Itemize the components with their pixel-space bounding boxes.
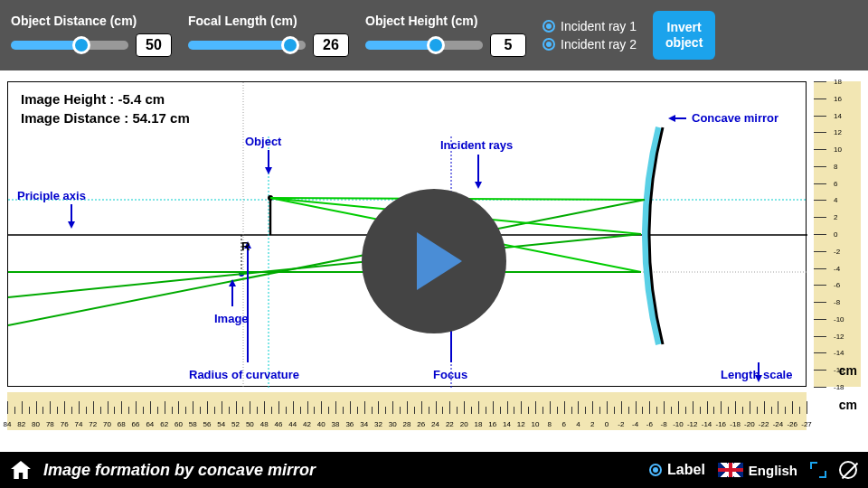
label-toggle[interactable]: Label — [649, 462, 705, 478]
control-bar: Object Distance (cm) 50 Focal Length (cm… — [0, 0, 868, 70]
label-radius: Radius of curvature — [189, 368, 299, 381]
fullscreen-icon[interactable] — [810, 462, 826, 478]
language-selector[interactable]: English — [718, 463, 797, 478]
radio-label: Incident ray 1 — [561, 19, 637, 33]
play-icon — [417, 232, 462, 290]
label-object: Object — [245, 135, 281, 148]
canvas-area: Image Height : -5.4 cm Image Distance : … — [0, 70, 868, 452]
label-incident-rays: Incident rays — [440, 138, 513, 152]
object-height-value[interactable]: 5 — [490, 33, 526, 57]
radio-incident-ray-2[interactable]: Incident ray 2 — [542, 37, 637, 52]
object-distance-label: Object Distance (cm) — [11, 14, 172, 28]
focal-length-value[interactable]: 26 — [313, 33, 349, 57]
label-focus: Focus — [433, 368, 467, 381]
object-distance-value[interactable]: 50 — [136, 33, 172, 57]
object-distance-control: Object Distance (cm) 50 — [11, 14, 172, 57]
radio-incident-ray-1[interactable]: Incident ray 1 — [542, 19, 637, 33]
slider-thumb[interactable] — [427, 36, 445, 54]
invert-object-button[interactable]: Invertobject — [653, 11, 715, 60]
radio-icon — [542, 38, 555, 51]
label-image: Image — [214, 312, 249, 325]
flag-icon — [718, 463, 743, 477]
cm-label-v: cm — [839, 363, 857, 378]
vertical-ruler: 181614121086420-2-4-6-8-10-12-14-16-18 — [814, 81, 861, 387]
radio-icon — [649, 464, 662, 476]
radio-label: Incident ray 2 — [561, 37, 637, 52]
cm-label-h: cm — [839, 398, 857, 412]
object-height-control: Object Height (cm) 5 — [365, 14, 526, 57]
focal-length-control: Focal Length (cm) 26 — [188, 14, 349, 57]
language-label: English — [749, 463, 797, 478]
label-toggle-text: Label — [667, 462, 705, 478]
ray-radios: Incident ray 1 Incident ray 2 — [542, 19, 637, 52]
focal-length-slider[interactable] — [188, 41, 306, 50]
slider-thumb[interactable] — [281, 36, 299, 54]
object-distance-slider[interactable] — [11, 41, 128, 50]
play-button[interactable] — [362, 189, 506, 333]
home-icon[interactable] — [11, 461, 31, 479]
slider-thumb[interactable] — [72, 36, 90, 54]
no-rotate-icon[interactable] — [839, 461, 857, 479]
label-principal-axis: Priciple axis — [17, 189, 86, 202]
object-height-label: Object Height (cm) — [365, 14, 526, 28]
page-title: Image formation by concave mirror — [43, 461, 316, 480]
object-height-slider[interactable] — [365, 41, 483, 50]
focal-length-label: Focal Length (cm) — [188, 14, 349, 28]
radio-icon — [542, 20, 555, 33]
label-length-scale: Length scale — [721, 368, 792, 381]
label-R: R — [241, 239, 250, 253]
label-concave-mirror: Concave mirror — [692, 111, 778, 125]
horizontal-ruler: 8482807876747270686664626058565452504846… — [7, 392, 807, 430]
bottom-bar: Image formation by concave mirror Label … — [0, 452, 868, 488]
svg-line-11 — [8, 200, 645, 325]
svg-line-13 — [8, 234, 641, 297]
